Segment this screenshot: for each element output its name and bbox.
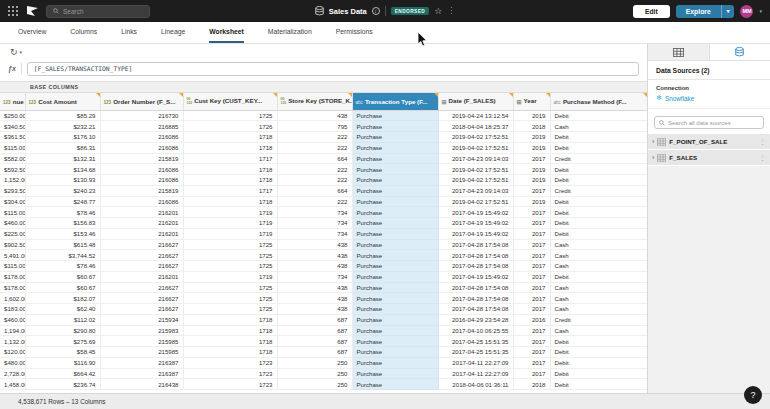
- cell[interactable]: $293.50: [0, 185, 25, 196]
- cell[interactable]: 215983: [100, 325, 183, 336]
- cell[interactable]: 2019-04-02 17:52:51: [438, 132, 513, 143]
- cell[interactable]: 2016-04-29 23:54:28: [438, 314, 513, 325]
- cell[interactable]: 2017: [513, 336, 550, 347]
- column-header[interactable]: 00123Cust Key (CUST_KEY...: [183, 93, 277, 110]
- cell[interactable]: 1718: [183, 132, 277, 143]
- cell[interactable]: 2019-04-02 17:52:51: [438, 175, 513, 186]
- cell[interactable]: 216201: [100, 207, 183, 218]
- cell[interactable]: 2017-04-23 09:14:03: [438, 153, 513, 164]
- cell[interactable]: 2017-04-19 15:49:02: [438, 271, 513, 282]
- cell[interactable]: 2019-04-24 13:12:54: [438, 110, 513, 121]
- cell[interactable]: $460.00: [0, 218, 25, 229]
- cell[interactable]: Cash: [550, 121, 647, 132]
- cell[interactable]: 216086: [100, 142, 183, 153]
- cell[interactable]: Debit: [550, 336, 647, 347]
- cell[interactable]: $582.00: [0, 153, 25, 164]
- cell[interactable]: Debit: [550, 132, 647, 143]
- cell[interactable]: Purchase: [352, 239, 438, 250]
- cell[interactable]: 2017-04-28 17:54:08: [438, 282, 513, 293]
- cell[interactable]: 216387: [100, 368, 183, 379]
- cell[interactable]: 2017: [513, 239, 550, 250]
- cell[interactable]: 2017: [513, 271, 550, 282]
- cell[interactable]: $178.00: [0, 271, 25, 282]
- cell[interactable]: $275.69: [25, 336, 100, 347]
- cell[interactable]: 734: [277, 271, 352, 282]
- cell[interactable]: $3,744.52: [25, 250, 100, 261]
- cell[interactable]: $248.77: [25, 196, 100, 207]
- cell[interactable]: 215819: [100, 153, 183, 164]
- cell[interactable]: 215985: [100, 347, 183, 358]
- account-caret-icon[interactable]: ▾: [759, 8, 762, 14]
- cell[interactable]: 2017: [513, 325, 550, 336]
- cell[interactable]: 1725: [183, 261, 277, 272]
- cell[interactable]: Purchase: [352, 293, 438, 304]
- cell[interactable]: 216438: [100, 379, 183, 390]
- cell[interactable]: 216201: [100, 228, 183, 239]
- cell[interactable]: 1723: [183, 379, 277, 390]
- cell[interactable]: Purchase: [352, 164, 438, 175]
- column-header[interactable]: 123Order Number (F_S...: [100, 93, 183, 110]
- cell[interactable]: 2017-04-25 15:51:35: [438, 347, 513, 358]
- cell[interactable]: 1718: [183, 164, 277, 175]
- cell[interactable]: 216086: [100, 175, 183, 186]
- cell[interactable]: 2016: [513, 314, 550, 325]
- cell[interactable]: Debit: [550, 379, 647, 390]
- cell[interactable]: 438: [277, 304, 352, 315]
- cell[interactable]: $120.00: [0, 347, 25, 358]
- favorite-star-icon[interactable]: ☆: [434, 7, 442, 16]
- cell[interactable]: $615.48: [25, 239, 100, 250]
- cell[interactable]: Debit: [550, 175, 647, 186]
- cell[interactable]: 1,194.00: [0, 325, 25, 336]
- cell[interactable]: 734: [277, 228, 352, 239]
- cell[interactable]: $664.42: [25, 368, 100, 379]
- cell[interactable]: 2019: [513, 132, 550, 143]
- nav-tab-links[interactable]: Links: [121, 22, 137, 43]
- document-title[interactable]: Sales Data: [329, 7, 367, 16]
- column-header[interactable]: ⊞Date (F_SALES): [438, 93, 513, 110]
- cell[interactable]: Debit: [550, 207, 647, 218]
- cell[interactable]: Cash: [550, 293, 647, 304]
- cell[interactable]: 1718: [183, 336, 277, 347]
- cell[interactable]: 734: [277, 207, 352, 218]
- cell[interactable]: $156.83: [25, 218, 100, 229]
- help-button[interactable]: ?: [744, 386, 762, 404]
- cell[interactable]: 2019: [513, 196, 550, 207]
- cell[interactable]: Purchase: [352, 368, 438, 379]
- nav-tab-lineage[interactable]: Lineage: [161, 22, 185, 43]
- cell[interactable]: Purchase: [352, 261, 438, 272]
- cell[interactable]: 1723: [183, 368, 277, 379]
- cell[interactable]: $153.46: [25, 228, 100, 239]
- cell[interactable]: $178.00: [0, 282, 25, 293]
- cell[interactable]: $290.80: [25, 325, 100, 336]
- cell[interactable]: 1725: [183, 282, 277, 293]
- cell[interactable]: 2017-04-23 09:14:03: [438, 185, 513, 196]
- cell[interactable]: Debit: [550, 368, 647, 379]
- cell[interactable]: Debit: [550, 228, 647, 239]
- cell[interactable]: Debit: [550, 357, 647, 368]
- cell[interactable]: Purchase: [352, 347, 438, 358]
- cell[interactable]: 215819: [100, 185, 183, 196]
- cell[interactable]: 2,728.00: [0, 368, 25, 379]
- cell[interactable]: 687: [277, 325, 352, 336]
- cell[interactable]: 2017: [513, 153, 550, 164]
- cell[interactable]: $60.67: [25, 271, 100, 282]
- cell[interactable]: Purchase: [352, 304, 438, 315]
- cell[interactable]: 2017-04-28 17:54:08: [438, 250, 513, 261]
- cell[interactable]: $78.46: [25, 261, 100, 272]
- cell[interactable]: Debit: [550, 347, 647, 358]
- sigma-logo-icon[interactable]: [26, 5, 39, 17]
- more-options-icon[interactable]: ⋮: [447, 7, 455, 15]
- cell[interactable]: 2017-04-19 15:49:02: [438, 207, 513, 218]
- cell[interactable]: Cash: [550, 282, 647, 293]
- cell[interactable]: Cash: [550, 325, 647, 336]
- cell[interactable]: Debit: [550, 164, 647, 175]
- cell[interactable]: 216086: [100, 196, 183, 207]
- cell[interactable]: 222: [277, 164, 352, 175]
- cell[interactable]: 216885: [100, 121, 183, 132]
- cell[interactable]: 216387: [100, 357, 183, 368]
- cell[interactable]: 250: [277, 368, 352, 379]
- cell[interactable]: 2017: [513, 282, 550, 293]
- explore-button[interactable]: Explore ▾: [676, 5, 735, 18]
- column-header[interactable]: 123Cost Amount: [25, 93, 100, 110]
- cell[interactable]: 1718: [183, 325, 277, 336]
